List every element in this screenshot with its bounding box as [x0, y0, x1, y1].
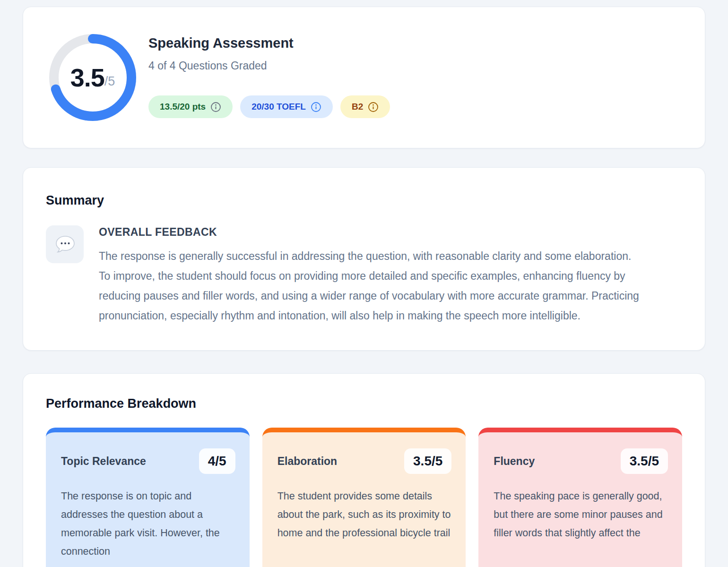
- fluency-feedback: The speaking pace is generally good, but…: [494, 487, 668, 542]
- overall-feedback-text: The response is generally successful in …: [99, 246, 642, 326]
- overall-feedback-block: OVERALL FEEDBACK The response is general…: [99, 225, 642, 326]
- questions-graded-status: 4 of 4 Questions Graded: [148, 59, 390, 73]
- score-badges-row: 13.5/20 pts 20/30 TOEFL B2: [148, 95, 390, 118]
- summary-card: Summary OVERALL FEEDBACK The response is…: [23, 167, 705, 351]
- points-badge[interactable]: 13.5/20 pts: [148, 95, 233, 118]
- elaboration-score: 3.5/5: [404, 448, 451, 474]
- fluency-score: 3.5/5: [621, 448, 668, 474]
- info-icon[interactable]: [368, 102, 379, 112]
- info-icon[interactable]: [311, 102, 321, 112]
- toefl-badge[interactable]: 20/30 TOEFL: [240, 95, 333, 118]
- fluency-card: Fluency 3.5/5 The speaking pace is gener…: [478, 428, 682, 567]
- topic-relevance-score: 4/5: [199, 448, 235, 474]
- summary-heading: Summary: [46, 192, 682, 208]
- topic-relevance-header: Topic Relevance 4/5: [61, 448, 235, 474]
- toefl-badge-label: 20/30 TOEFL: [251, 102, 306, 112]
- elaboration-card: Elaboration 3.5/5 The student provides s…: [262, 428, 466, 567]
- performance-breakdown-heading: Performance Breakdown: [46, 395, 682, 412]
- fluency-title: Fluency: [494, 455, 535, 468]
- topic-relevance-title: Topic Relevance: [61, 455, 146, 468]
- assessment-header-card: 3.5 /5 Speaking Assessment 4 of 4 Questi…: [23, 7, 705, 148]
- elaboration-title: Elaboration: [277, 455, 338, 468]
- assessment-header-info: Speaking Assessment 4 of 4 Questions Gra…: [148, 34, 390, 118]
- cefr-level-badge-label: B2: [352, 102, 363, 112]
- elaboration-feedback: The student provides some details about …: [277, 487, 452, 542]
- performance-breakdown-card: Performance Breakdown Topic Relevance 4/…: [23, 373, 705, 567]
- overall-score-ring: 3.5 /5: [49, 34, 136, 121]
- overall-score-max: /5: [104, 74, 115, 89]
- topic-relevance-card: Topic Relevance 4/5 The response is on t…: [46, 428, 250, 567]
- fluency-header: Fluency 3.5/5: [494, 448, 668, 474]
- overall-feedback-label: OVERALL FEEDBACK: [99, 225, 642, 239]
- overall-score-value: 3.5: [70, 63, 104, 92]
- performance-cards-grid: Topic Relevance 4/5 The response is on t…: [46, 428, 682, 567]
- info-icon[interactable]: [210, 102, 221, 112]
- points-badge-label: 13.5/20 pts: [160, 102, 206, 112]
- speech-balloon-icon: [46, 225, 84, 263]
- topic-relevance-feedback: The response is on topic and addresses t…: [61, 487, 235, 561]
- elaboration-header: Elaboration 3.5/5: [277, 448, 452, 474]
- score-ring-label: 3.5 /5: [49, 34, 136, 121]
- page-title: Speaking Assessment: [148, 35, 390, 51]
- summary-body: OVERALL FEEDBACK The response is general…: [46, 225, 682, 326]
- cefr-level-badge[interactable]: B2: [340, 95, 390, 118]
